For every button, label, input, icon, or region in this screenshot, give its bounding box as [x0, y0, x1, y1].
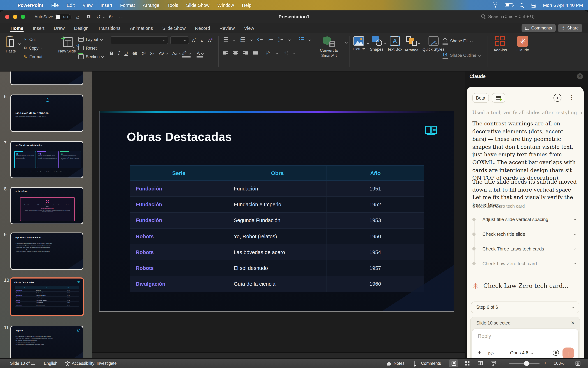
new-slide-button[interactable]: + New Slide	[58, 36, 76, 54]
timeline-step[interactable]: Check tech title slide	[467, 231, 584, 238]
slide-sorter-view-button[interactable]	[463, 359, 472, 367]
tab-slide-show[interactable]: Slide Show	[158, 23, 190, 33]
grow-font-icon[interactable]: A^	[192, 37, 197, 44]
menu-app-name[interactable]: PowerPoint	[14, 0, 47, 10]
superscript-button[interactable]: x²	[142, 51, 146, 56]
tab-transitions[interactable]: Transitions	[93, 23, 125, 33]
clear-selection-icon[interactable]: ✕	[571, 320, 575, 326]
thumbnail-slide-11[interactable]: Legado Uno de los "tres grandes" de la c…	[10, 326, 83, 363]
shapes-button[interactable]: Shapes	[370, 36, 383, 51]
character-spacing-button[interactable]: AV	[159, 50, 168, 56]
zoom-in-icon[interactable]: +	[544, 360, 547, 366]
add-ins-button[interactable]: Add-ins	[494, 36, 507, 52]
table-row[interactable]: FundaciónSegunda Fundación1953	[130, 212, 424, 228]
clear-formatting-icon[interactable]: A◊	[208, 37, 213, 44]
line-spacing-button[interactable]	[278, 37, 283, 42]
chevron-down-icon[interactable]	[574, 247, 576, 250]
shrink-font-icon[interactable]: Aˇ	[200, 37, 204, 44]
decrease-indent-button[interactable]	[257, 37, 262, 42]
language-label[interactable]: English	[44, 361, 57, 366]
chevron-down-icon[interactable]	[574, 262, 576, 265]
picture-chevron-icon[interactable]	[367, 42, 369, 44]
model-selector[interactable]: Opus 4.6	[510, 350, 533, 355]
shapes-chevron-icon[interactable]	[384, 42, 387, 44]
reading-view-button[interactable]	[476, 359, 485, 367]
comments-toggle[interactable]: Comments	[421, 361, 441, 366]
highlight-color-button[interactable]: 🖉	[182, 50, 191, 56]
tab-view[interactable]: View	[239, 23, 259, 33]
send-button[interactable]: ↑	[562, 348, 574, 359]
thumbnail-slide-7[interactable]: Las Tres Leyes Originales 01 Un robot no…	[10, 141, 83, 178]
paste-chevron-icon[interactable]	[18, 42, 21, 45]
fit-to-window-button[interactable]	[573, 359, 583, 367]
layout-button[interactable]: Layout	[78, 37, 102, 42]
normal-view-button[interactable]	[449, 359, 458, 367]
menu-edit[interactable]: Edit	[63, 0, 79, 10]
tab-design[interactable]: Design	[69, 23, 93, 33]
arrange-button[interactable]: Arrange	[405, 36, 418, 52]
tab-record[interactable]: Record	[190, 23, 215, 33]
table-row[interactable]: RobotsLas bóvedas de acero1954	[130, 244, 424, 260]
table-row[interactable]: RobotsEl sol desnudo1957	[130, 260, 424, 276]
table-row[interactable]: FundaciónFundación e Imperio1952	[130, 197, 424, 212]
context-button[interactable]	[492, 93, 505, 103]
tab-review[interactable]: Review	[215, 23, 239, 33]
menu-slide-show[interactable]: Slide Show	[182, 0, 213, 10]
slide-title[interactable]: Obras Destacadas	[127, 130, 232, 144]
quick-styles-button[interactable]: Quick Styles	[422, 36, 444, 52]
spotlight-icon[interactable]	[520, 3, 524, 7]
tab-home[interactable]: Home	[6, 23, 28, 33]
timeline-step[interactable]: Check Three Laws tech cards	[467, 245, 584, 253]
menu-arrange[interactable]: Arrange	[139, 0, 163, 10]
menu-window[interactable]: Window	[213, 0, 238, 10]
thumbnail-slide-9[interactable]: Importancia e Influencia Trascendieron l…	[10, 232, 83, 270]
apple-menu-icon[interactable]	[6, 0, 14, 10]
menu-view[interactable]: View	[79, 0, 97, 10]
notes-toggle[interactable]: Notes	[394, 361, 405, 366]
increase-indent-button[interactable]	[268, 37, 273, 42]
subscript-button[interactable]: x₂	[150, 51, 154, 56]
comments-button[interactable]: Comments	[522, 24, 556, 32]
align-left-button[interactable]	[223, 51, 228, 55]
shape-fill-button[interactable]: Shape Fill	[443, 38, 472, 44]
underline-button[interactable]: U	[125, 50, 128, 56]
italic-button[interactable]: I	[118, 50, 120, 56]
format-painter-button[interactable]: ✎ Format	[24, 54, 42, 59]
change-case-button[interactable]: Aa	[172, 50, 181, 56]
tab-draw[interactable]: Draw	[49, 23, 69, 33]
convert-smartart-button[interactable]: Convert to SmartArt	[315, 36, 343, 58]
claude-ribbon-button[interactable]: ✳ Claude	[516, 36, 529, 52]
paste-button[interactable]: Paste	[6, 36, 16, 53]
tab-animations[interactable]: Animations	[125, 23, 158, 33]
search-input[interactable]: Search (Cmd + Ctrl + U)	[481, 14, 535, 19]
section-button[interactable]: Section	[78, 54, 104, 59]
font-color-button[interactable]: A	[197, 50, 203, 56]
zoom-level[interactable]: 103%	[554, 361, 564, 366]
menu-file[interactable]: File	[47, 0, 63, 10]
picture-button[interactable]: Picture	[353, 36, 365, 51]
table-row[interactable]: FundaciónFundación1951	[130, 181, 424, 197]
align-right-button[interactable]	[243, 51, 248, 55]
cut-button[interactable]: ✂ Cut	[24, 37, 36, 42]
thumbnail-slide-5-partial[interactable]	[10, 72, 83, 85]
menu-help[interactable]: Help	[238, 0, 256, 10]
reply-input[interactable]: Reply	[478, 333, 491, 339]
table-row[interactable]: DivulgaciónGuía de la ciencia1960	[130, 276, 424, 292]
justify-button[interactable]	[253, 51, 258, 55]
slide-canvas[interactable]: Obras Destacadas Serie Obra Año Fundació…	[99, 111, 454, 312]
accessibility-label[interactable]: Accessibility: Investigate	[72, 361, 117, 366]
kebab-menu-icon[interactable]: ⋮	[569, 94, 574, 101]
numbering-button[interactable]: 123	[240, 37, 245, 42]
works-table[interactable]: Serie Obra Año FundaciónFundación1951 Fu…	[130, 165, 424, 292]
bullets-button[interactable]	[223, 37, 228, 42]
table-row[interactable]: RobotsYo, Robot (relatos)1950	[130, 228, 424, 244]
step-indicator[interactable]: Step 6 of 6	[471, 302, 579, 313]
reset-button[interactable]: Reset	[78, 46, 97, 50]
new-chat-icon[interactable]: +	[553, 94, 561, 102]
chevron-down-icon[interactable]	[574, 218, 576, 220]
strikethrough-button[interactable]: ab	[133, 51, 137, 56]
font-name-select[interactable]	[111, 36, 168, 44]
columns-button[interactable]	[299, 37, 304, 42]
timeline-step[interactable]: Adjust title slide vertical spacing	[467, 216, 584, 223]
menu-insert[interactable]: Insert	[97, 0, 116, 10]
